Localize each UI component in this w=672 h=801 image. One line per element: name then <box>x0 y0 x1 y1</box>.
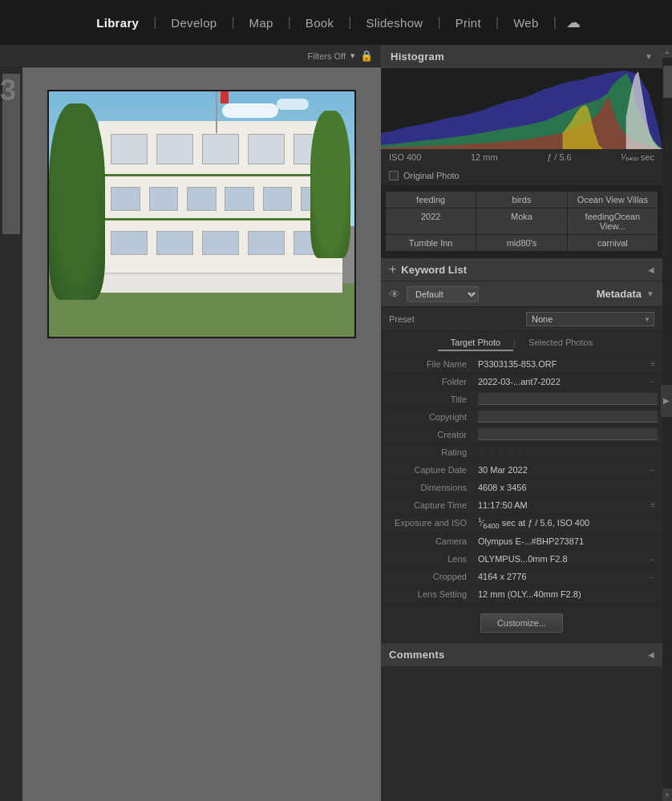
scroll-down-arrow[interactable]: ▼ <box>662 788 672 801</box>
meta-value-lens-setting: 12 mm (OLY...40mm F2.8) <box>473 587 662 601</box>
nav-item-develop[interactable]: Develop <box>156 0 231 45</box>
meta-dimensions-text: 4608 x 3456 <box>478 483 658 492</box>
nav-item-print[interactable]: Print <box>441 0 496 45</box>
metadata-preset-wrapper: Default <box>407 286 479 302</box>
right-scrollbar: ▲ ▶ ▼ <box>662 45 672 801</box>
panel-expand-button[interactable]: ▶ <box>661 385 672 417</box>
meta-row-title: Title <box>381 390 662 408</box>
meta-cropped-icon[interactable]: → <box>645 572 658 581</box>
meta-value-title[interactable] <box>473 390 662 407</box>
meta-row-lens-setting: Lens Setting 12 mm (OLY...40mm F2.8) <box>381 586 662 604</box>
meta-label-creator: Creator <box>381 427 473 442</box>
meta-label-dimensions: Dimensions <box>381 480 473 495</box>
histogram-title: Histogram <box>391 51 444 63</box>
meta-value-copyright[interactable] <box>473 408 662 425</box>
nav-item-web[interactable]: Web <box>499 0 553 45</box>
keyword-tag-8[interactable]: carnival <box>568 235 658 251</box>
green-trim-2 <box>99 218 342 220</box>
top-navigation: Library | Develop | Map | Book | Slidesh… <box>0 0 672 45</box>
star-4[interactable]: ☆ <box>507 447 515 457</box>
stars-row[interactable]: ☆ ☆ ☆ ☆ ☆ <box>478 447 524 457</box>
preset-row: Preset None <box>381 307 662 332</box>
meta-capture-time-icon[interactable]: ≡ <box>648 500 658 509</box>
star-5[interactable]: ☆ <box>516 447 524 457</box>
customize-row: Customize... <box>381 604 662 642</box>
tree-left <box>49 103 105 300</box>
metadata-eye-icon[interactable]: 👁 <box>389 288 400 301</box>
target-photo-tab[interactable]: Target Photo <box>438 335 513 351</box>
histogram-section-header[interactable]: Histogram ▼ <box>381 45 662 69</box>
meta-row-camera: Camera Olympus E-...#BHP273871 <box>381 533 662 551</box>
scrollbar-thumb[interactable] <box>663 66 672 98</box>
meta-lens-icon[interactable]: → <box>645 555 658 564</box>
metadata-preset-select[interactable]: Default <box>407 286 479 302</box>
meta-lens-setting-text: 12 mm (OLY...40mm F2.8) <box>478 589 658 599</box>
preset-select[interactable]: None <box>526 312 654 326</box>
meta-label-folder: Folder <box>381 374 473 389</box>
windows-row-3 <box>111 227 330 259</box>
meta-lens-text: OLYMPUS...0mm F2.8 <box>478 554 645 564</box>
cloud-2 <box>277 99 309 110</box>
metadata-right: Metadata ▼ <box>597 288 654 300</box>
bottom-padding <box>381 666 662 682</box>
preset-select-wrapper: None <box>526 312 654 326</box>
meta-label-cropped: Cropped <box>381 569 473 584</box>
meta-camera-text: Olympus E-...#BHP273871 <box>478 536 658 546</box>
meta-label-exposure: Exposure and ISO <box>381 516 473 530</box>
meta-title-input[interactable] <box>478 393 658 405</box>
meta-value-creator[interactable] <box>473 426 662 443</box>
selected-photos-tab[interactable]: Selected Photos <box>516 335 605 351</box>
meta-row-exposure: Exposure and ISO 1⁄6400 sec at ƒ / 5.6, … <box>381 514 662 533</box>
flag <box>221 91 229 103</box>
customize-button[interactable]: Customize... <box>480 613 563 633</box>
nav-item-book[interactable]: Book <box>291 0 348 45</box>
meta-filename-icon[interactable]: ≡ <box>648 359 658 368</box>
comments-header[interactable]: Comments ◀ <box>381 642 662 666</box>
meta-value-filename: P3303135-853.ORF ≡ <box>473 357 662 371</box>
keyword-tag-7[interactable]: mid80's <box>476 235 566 251</box>
scroll-track <box>662 58 672 788</box>
windows-row-2 <box>111 183 330 215</box>
meta-value-dimensions: 4608 x 3456 <box>473 480 662 495</box>
meta-capture-date-icon[interactable]: → <box>645 465 658 474</box>
meta-copyright-input[interactable] <box>478 411 658 423</box>
keywords-grid: feeding birds Ocean View Villas 2022 Mok… <box>381 185 662 257</box>
cloud-icon[interactable]: ☁ <box>557 14 590 31</box>
main-layout: Filters Off ▾ 🔒 3 <box>0 45 672 801</box>
star-1[interactable]: ☆ <box>478 447 486 457</box>
nav-item-slideshow[interactable]: Slideshow <box>351 0 437 45</box>
meta-row-capture-time: Capture Time 11:17:50 AM ≡ <box>381 496 662 514</box>
nav-item-library[interactable]: Library <box>82 0 153 45</box>
keyword-tag-5[interactable]: feedingOcean View... <box>568 208 658 234</box>
keyword-tag-4[interactable]: Moka <box>476 208 566 234</box>
fence <box>99 273 342 292</box>
preset-label: Preset <box>389 314 415 324</box>
metadata-arrow: ▼ <box>646 289 654 298</box>
meta-value-capture-date: 30 Mar 2022 → <box>473 463 662 477</box>
keyword-tag-3[interactable]: 2022 <box>386 208 476 234</box>
keyword-tag-6[interactable]: Tumble Inn <box>386 235 476 251</box>
meta-row-cropped: Cropped 4164 x 2776 → <box>381 568 662 586</box>
meta-folder-text: 2022-03-...ant7-2022 <box>478 377 645 386</box>
meta-row-rating: Rating ☆ ☆ ☆ ☆ ☆ <box>381 443 662 461</box>
nav-item-map[interactable]: Map <box>235 0 288 45</box>
meta-creator-input[interactable] <box>478 428 658 440</box>
meta-value-exposure: 1⁄6400 sec at ƒ / 5.6, ISO 400 <box>473 514 662 532</box>
star-2[interactable]: ☆ <box>488 447 496 457</box>
keyword-tag-2[interactable]: Ocean View Villas <box>568 192 658 208</box>
keyword-list-header[interactable]: + Keyword List ◀ <box>381 257 662 281</box>
meta-exposure-text: 1⁄6400 sec at ƒ / 5.6, ISO 400 <box>478 516 658 530</box>
keyword-add-button[interactable]: + <box>389 262 396 277</box>
target-selected-row: Target Photo | Selected Photos <box>381 332 662 355</box>
star-3[interactable]: ☆ <box>497 447 505 457</box>
scroll-up-arrow[interactable]: ▲ <box>662 45 672 58</box>
meta-folder-icon[interactable]: → <box>645 377 658 386</box>
comments-arrow: ◀ <box>648 650 654 659</box>
keyword-tag-1[interactable]: birds <box>476 192 566 208</box>
keyword-tag-0[interactable]: feeding <box>386 192 476 208</box>
filter-lock-icon[interactable]: 🔒 <box>360 50 373 62</box>
original-photo-checkbox[interactable] <box>389 171 399 180</box>
meta-label-capture-time: Capture Time <box>381 498 473 512</box>
filter-dropdown-arrow[interactable]: ▾ <box>350 51 355 61</box>
metadata-left: 👁 Default <box>389 286 479 302</box>
